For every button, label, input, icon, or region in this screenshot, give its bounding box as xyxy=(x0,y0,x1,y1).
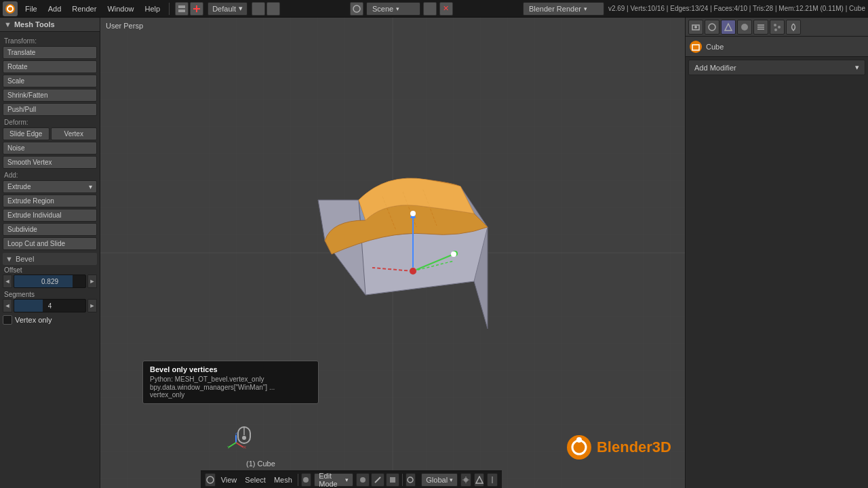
edge-select-icon[interactable] xyxy=(371,473,384,487)
viewport-icon-2[interactable] xyxy=(267,2,280,16)
close-icon[interactable]: ✕ xyxy=(439,2,453,16)
tooltip-title: Bevel only vertices xyxy=(150,365,311,373)
panel-title: Mesh Tools xyxy=(14,20,55,28)
subdivide-button[interactable]: Subdivide xyxy=(3,223,97,236)
vertex-only-checkbox[interactable] xyxy=(3,315,12,325)
offset-slider[interactable]: ◄ 0.829 ► xyxy=(3,274,97,288)
extrude-dropdown[interactable]: Extrude ▾ xyxy=(3,180,97,193)
extrude-individual-button[interactable]: Extrude Individual xyxy=(3,209,97,222)
push-pull-button[interactable]: Push/Pull xyxy=(3,103,97,116)
tooltip-line-2: bpy.data.window_managers["WinMan"] ... v… xyxy=(150,384,311,399)
bevel-section-header[interactable]: ▼ Bevel xyxy=(3,253,97,265)
segments-decrease[interactable]: ◄ xyxy=(3,299,12,312)
blender-icon xyxy=(3,1,18,16)
add-section-label: Add: xyxy=(4,171,97,179)
rotate-button[interactable]: Rotate xyxy=(3,60,97,73)
menu-help[interactable]: Help xyxy=(142,3,164,14)
select-menu[interactable]: Select xyxy=(242,474,269,485)
face-select-icon[interactable] xyxy=(386,473,399,487)
rp-data-icon[interactable] xyxy=(753,20,768,35)
vertex-select-icon[interactable] xyxy=(356,473,370,487)
scale-button[interactable]: Scale xyxy=(3,75,97,87)
mirror-icon[interactable] xyxy=(487,473,498,487)
svg-text:Z: Z xyxy=(235,432,238,435)
slide-edge-button[interactable]: Slide Edge xyxy=(3,127,50,140)
right-panel-object-row: Cube xyxy=(686,37,868,57)
rp-particle-icon[interactable] xyxy=(770,20,785,35)
svg-point-63 xyxy=(774,28,777,31)
rp-object-icon[interactable] xyxy=(705,20,719,35)
layout-icon-1[interactable] xyxy=(175,2,189,16)
object-label: (1) Cube xyxy=(246,460,275,468)
extrude-region-button[interactable]: Extrude Region xyxy=(3,195,97,207)
panel-content: Transform: Translate Rotate Scale Shrink… xyxy=(0,32,100,488)
global-dropdown[interactable]: Global ▾ xyxy=(421,473,458,487)
vertex-button[interactable]: Vertex xyxy=(51,127,98,140)
rp-camera-icon[interactable] xyxy=(688,20,703,35)
menu-window[interactable]: Window xyxy=(104,3,137,14)
layout-icon-2[interactable] xyxy=(190,2,203,16)
shrink-fatten-button[interactable]: Shrink/Fatten xyxy=(3,89,97,102)
object-icon xyxy=(690,41,702,53)
menu-render[interactable]: Render xyxy=(68,3,100,14)
svg-point-40 xyxy=(303,477,309,483)
viewport-icon[interactable] xyxy=(252,2,265,16)
deform-row-1: Slide Edge Vertex xyxy=(3,127,97,140)
menu-file[interactable]: File xyxy=(22,3,41,14)
svg-rect-3 xyxy=(178,5,185,8)
add-modifier-button[interactable]: Add Modifier ▾ xyxy=(688,60,865,75)
tooltip: Bevel only vertices Python: MESH_OT_beve… xyxy=(142,361,319,404)
rp-material-icon[interactable] xyxy=(737,20,752,35)
mesh-menu[interactable]: Mesh xyxy=(271,474,295,485)
scene-dropdown[interactable]: Scene ▾ xyxy=(366,2,420,16)
left-panel: ▼ Mesh Tools Transform: Translate Rotate… xyxy=(0,18,100,488)
svg-point-28 xyxy=(410,211,416,216)
proportional-icon[interactable] xyxy=(406,473,416,487)
mode-dropdown[interactable]: Edit Mode ▾ xyxy=(314,473,353,487)
panel-header: ▼ Mesh Tools xyxy=(0,18,100,32)
svg-point-39 xyxy=(207,476,214,483)
viewport-info: v2.69 | Verts:10/16 | Edges:13/24 | Face… xyxy=(608,5,865,12)
viewport[interactable]: User Persp xyxy=(100,18,685,488)
smooth-vertex-button[interactable]: Smooth Vertex xyxy=(3,156,97,169)
pivot-icon[interactable] xyxy=(460,473,471,487)
segments-increase[interactable]: ► xyxy=(87,299,97,312)
offset-value-field[interactable]: 0.829 xyxy=(14,274,86,288)
object-name: Cube xyxy=(706,43,724,51)
right-panel: Cube Add Modifier ▾ xyxy=(685,18,868,488)
layout-dropdown[interactable]: Default ▾ xyxy=(208,2,248,16)
segments-value-field[interactable]: 4 xyxy=(14,299,86,312)
svg-point-2 xyxy=(9,5,12,7)
scene-icon-2[interactable] xyxy=(423,2,437,16)
snap-icon[interactable] xyxy=(474,473,485,487)
cube-3d xyxy=(277,132,508,376)
viewport-content xyxy=(100,38,685,470)
segments-slider[interactable]: ◄ 4 ► xyxy=(3,299,97,312)
viewport-bottom-icon[interactable] xyxy=(205,473,216,487)
top-bar-center: Scene ▾ ✕ xyxy=(284,2,519,16)
scene-icon[interactable] xyxy=(350,2,363,16)
render-engine-dropdown[interactable]: Blender Render ▾ xyxy=(523,2,604,16)
vertex-only-row[interactable]: Vertex only xyxy=(3,315,97,325)
vertex-mode-icon[interactable] xyxy=(301,473,312,487)
svg-text:X: X xyxy=(243,445,246,449)
transform-section-label: Transform: xyxy=(4,37,97,45)
main-layout: ▼ Mesh Tools Transform: Translate Rotate… xyxy=(0,18,868,488)
svg-point-41 xyxy=(360,477,366,483)
svg-point-62 xyxy=(778,26,781,28)
view-menu[interactable]: View xyxy=(218,474,240,485)
blender-logo-text: Blender3D xyxy=(597,439,671,456)
menu-add[interactable]: Add xyxy=(45,3,65,14)
offset-decrease[interactable]: ◄ xyxy=(3,274,12,288)
svg-point-52 xyxy=(576,437,582,443)
separator-bottom-2 xyxy=(402,474,403,486)
loop-cut-slide-button[interactable]: Loop Cut and Slide xyxy=(3,237,97,250)
rp-physics-icon[interactable] xyxy=(786,20,801,35)
translate-button[interactable]: Translate xyxy=(3,46,97,59)
segments-label: Segments xyxy=(4,291,97,298)
right-panel-toolbar xyxy=(686,18,868,37)
noise-button[interactable]: Noise xyxy=(3,142,97,155)
offset-increase[interactable]: ► xyxy=(87,274,97,288)
svg-rect-4 xyxy=(178,9,185,12)
rp-modifier-icon[interactable] xyxy=(721,20,736,35)
